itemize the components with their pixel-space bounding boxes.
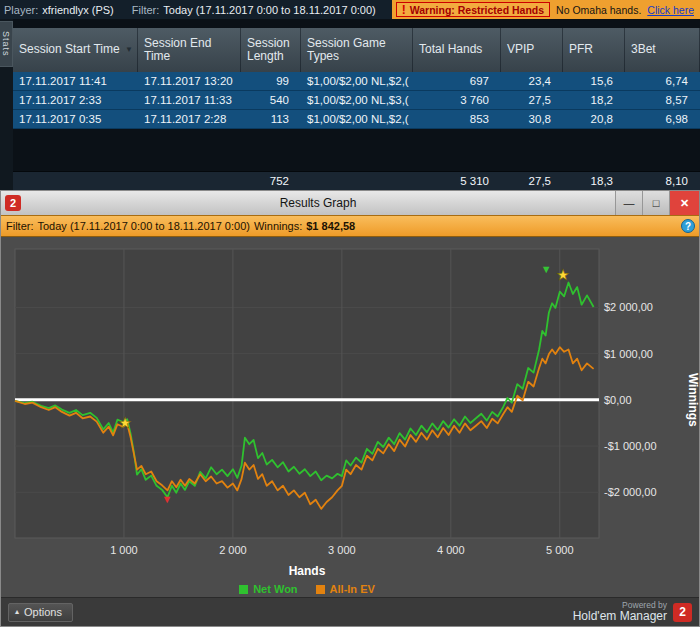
- column-header-session-length[interactable]: Session Length: [241, 28, 301, 72]
- cell-game-types: $1,00/$2,00 NL,$2,(: [301, 72, 413, 90]
- close-button[interactable]: ✕: [669, 191, 699, 215]
- table-row[interactable]: 17.11.2017 11:41 17.11.2017 13:20 99 $1,…: [13, 72, 700, 91]
- cell-vpip: 23,4: [501, 72, 563, 90]
- legend-net-won: Net Won: [239, 583, 297, 595]
- graph-filter-value: Today (17.11.2017 0:00 to 18.11.2017 0:0…: [38, 220, 250, 232]
- legend-all-in-ev: All-In EV: [316, 583, 375, 595]
- cell-session-length: 113: [241, 110, 301, 128]
- svg-text:4 000: 4 000: [437, 544, 465, 556]
- svg-text:-$2 000,00: -$2 000,00: [604, 486, 657, 498]
- cell-game-types: $1,00/$2,00 NL,$2,(: [301, 110, 413, 128]
- svg-text:3 000: 3 000: [328, 544, 356, 556]
- summary-session-length: 752: [241, 172, 301, 190]
- summary-3bet: 8,10: [625, 172, 700, 190]
- results-graph-window: 2 Results Graph — □ ✕ Filter: Today (17.…: [0, 190, 700, 627]
- app-window: Player: xfriendlyx (PS) Filter: Today (1…: [0, 0, 700, 627]
- table-row[interactable]: 17.11.2017 2:33 17.11.2017 11:33 540 $1,…: [13, 91, 700, 110]
- cell-total-hands: 697: [413, 72, 501, 90]
- summary-row: 752 5 310 27,5 18,3 8,10: [13, 171, 700, 190]
- column-header-session-start-time[interactable]: Session Start Time ▼: [13, 28, 138, 72]
- player-value: xfriendlyx (PS): [42, 4, 114, 16]
- window-controls: — □ ✕: [615, 191, 699, 215]
- svg-text:Winnings: Winnings: [686, 373, 700, 427]
- graph-filter-label: Filter:: [6, 220, 34, 232]
- hm2-logo: 2: [673, 603, 692, 622]
- cell-vpip: 30,8: [501, 110, 563, 128]
- cell-session-end: 17.11.2017 11:33: [138, 91, 241, 109]
- chart-canvas[interactable]: ★★▼▼1 0002 0003 0004 0005 000$2 000,00$1…: [1, 237, 700, 599]
- brand-text: Hold'em Manager: [573, 610, 667, 623]
- cell-pfr: 20,8: [563, 110, 625, 128]
- winnings-value: $1 842,58: [306, 220, 355, 232]
- graph-window-title: Results Graph: [21, 196, 615, 210]
- column-header-3bet[interactable]: 3Bet: [625, 28, 700, 72]
- net-won-label: Net Won: [253, 583, 297, 595]
- svg-text:$1 000,00: $1 000,00: [604, 348, 653, 360]
- svg-text:2 000: 2 000: [219, 544, 247, 556]
- powered-by: Powered by Hold'em Manager: [573, 601, 667, 623]
- filter-value: Today (17.11.2017 0:00 to 18.11.2017 0:0…: [163, 4, 375, 16]
- net-won-swatch: [239, 585, 248, 594]
- column-header-pfr[interactable]: PFR: [563, 28, 625, 72]
- svg-text:▼: ▼: [162, 493, 173, 505]
- stats-tab-label: Stats: [1, 31, 11, 57]
- cell-3bet: 8,57: [625, 91, 700, 109]
- column-label: PFR: [569, 43, 593, 56]
- stats-tab[interactable]: Stats: [0, 21, 13, 67]
- summary-pfr: 18,3: [563, 172, 625, 190]
- svg-text:$2 000,00: $2 000,00: [604, 301, 653, 313]
- options-button[interactable]: ▴ Options: [8, 603, 73, 622]
- left-sidebar: Stats: [0, 19, 13, 190]
- cell-total-hands: 853: [413, 110, 501, 128]
- summary-total-hands: 5 310: [413, 172, 501, 190]
- all-in-ev-swatch: [316, 585, 325, 594]
- warning-icon: !: [402, 3, 406, 17]
- graph-window-titlebar[interactable]: 2 Results Graph — □ ✕: [1, 191, 699, 215]
- cell-session-end: 17.11.2017 13:20: [138, 72, 241, 90]
- svg-text:5 000: 5 000: [546, 544, 574, 556]
- svg-text:-$1 000,00: -$1 000,00: [604, 440, 657, 452]
- warning-box: ! Warning: Restricted Hands: [396, 2, 550, 17]
- maximize-button[interactable]: □: [642, 191, 669, 215]
- cell-pfr: 15,6: [563, 72, 625, 90]
- cell-session-start: 17.11.2017 11:41: [13, 72, 138, 90]
- chart-legend: Net Won All-In EV: [1, 583, 613, 595]
- column-label: Session Game Types: [307, 37, 406, 64]
- hm2-app-icon: 2: [5, 195, 21, 211]
- column-label: Session End Time: [144, 37, 234, 64]
- cell-session-end: 17.11.2017 2:28: [138, 110, 241, 128]
- svg-text:▼: ▼: [541, 263, 552, 275]
- warning-text: Warning: Restricted Hands: [410, 4, 544, 16]
- winnings-label: Winnings:: [254, 220, 302, 232]
- graph-filter-bar: Filter: Today (17.11.2017 0:00 to 18.11.…: [1, 215, 699, 237]
- sessions-table: Session Start Time ▼ Session End Time Se…: [13, 19, 700, 190]
- cell-session-start: 17.11.2017 0:35: [13, 110, 138, 128]
- column-label: 3Bet: [631, 43, 656, 56]
- caret-up-icon: ▴: [15, 608, 19, 616]
- column-header-total-hands[interactable]: Total Hands: [413, 28, 501, 72]
- svg-text:1 000: 1 000: [110, 544, 138, 556]
- column-label: Total Hands: [419, 43, 482, 56]
- sort-desc-icon: ▼: [123, 46, 133, 55]
- table-row[interactable]: 17.11.2017 0:35 17.11.2017 2:28 113 $1,0…: [13, 110, 700, 129]
- all-in-ev-label: All-In EV: [330, 583, 375, 595]
- column-header-session-game-types[interactable]: Session Game Types: [301, 28, 413, 72]
- column-label: Session Start Time: [19, 43, 120, 56]
- svg-text:$0,00: $0,00: [604, 394, 632, 406]
- options-label: Options: [24, 606, 62, 618]
- filter-label: Filter:: [132, 4, 160, 16]
- minimize-button[interactable]: —: [615, 191, 642, 215]
- top-status-bar: Player: xfriendlyx (PS) Filter: Today (1…: [0, 0, 700, 19]
- column-label: VPIP: [507, 43, 534, 56]
- help-icon[interactable]: ?: [681, 219, 695, 233]
- cell-session-length: 99: [241, 72, 301, 90]
- cell-pfr: 18,2: [563, 91, 625, 109]
- column-header-session-end-time[interactable]: Session End Time: [138, 28, 241, 72]
- graph-bottom-bar: ▴ Options Powered by Hold'em Manager 2: [1, 597, 699, 626]
- column-label: Session Length: [247, 37, 294, 64]
- column-header-vpip[interactable]: VPIP: [501, 28, 563, 72]
- cell-session-length: 540: [241, 91, 301, 109]
- warning-click-here-link[interactable]: Click here: [647, 4, 694, 16]
- results-chart: ★★▼▼1 0002 0003 0004 0005 000$2 000,00$1…: [1, 237, 699, 597]
- cell-3bet: 6,74: [625, 72, 700, 90]
